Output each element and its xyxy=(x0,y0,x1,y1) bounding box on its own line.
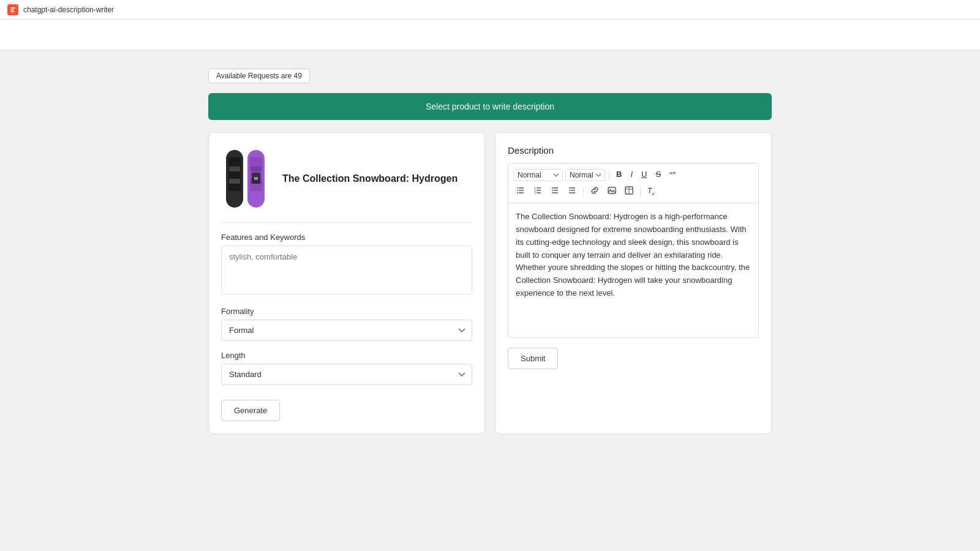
main-content: Available Requests are 49 Select product… xyxy=(0,50,980,452)
length-label: Length xyxy=(221,351,472,360)
titlebar: chatgpt-ai-description-writer xyxy=(0,0,980,20)
table-button[interactable] xyxy=(622,185,636,199)
clear-format-button[interactable]: Tx xyxy=(644,185,657,199)
strikethrough-button[interactable]: S xyxy=(652,168,664,181)
submit-button[interactable]: Submit xyxy=(508,348,558,369)
svg-point-16 xyxy=(517,192,518,193)
svg-rect-7 xyxy=(251,167,262,171)
svg-point-14 xyxy=(517,187,518,189)
indent-increase-button[interactable] xyxy=(565,185,579,199)
left-panel: H The Collection Snowboard: Hydrogen Fea… xyxy=(208,132,485,434)
product-info: The Collection Snowboard: Hydrogen xyxy=(282,172,458,186)
description-text: The Collection Snowboard: Hydrogen is a … xyxy=(516,212,750,298)
toolbar-divider-3 xyxy=(640,187,641,197)
length-group: Length Standard Short Long xyxy=(221,351,472,385)
length-select[interactable]: Standard Short Long xyxy=(221,364,472,385)
toolbar-divider-1 xyxy=(609,170,609,180)
product-title: The Collection Snowboard: Hydrogen xyxy=(282,172,458,186)
requests-badge: Available Requests are 49 xyxy=(208,69,310,83)
features-label: Features and Keywords xyxy=(221,233,472,242)
app-icon xyxy=(7,4,18,15)
snowboard-svg: H xyxy=(223,145,269,212)
italic-button[interactable]: I xyxy=(627,168,636,181)
svg-rect-4 xyxy=(229,179,240,184)
right-panel: Description Normal Heading 1 Heading 2 N… xyxy=(495,132,772,434)
bold-button[interactable]: B xyxy=(613,168,625,181)
svg-point-15 xyxy=(517,190,518,191)
list-ordered-button[interactable]: 123 xyxy=(530,185,545,199)
formality-label: Formality xyxy=(221,307,472,316)
link-button[interactable] xyxy=(587,185,602,199)
panels-container: H The Collection Snowboard: Hydrogen Fea… xyxy=(208,132,772,434)
header-bar: Select product to write description xyxy=(208,93,772,120)
svg-text:3: 3 xyxy=(534,191,536,195)
quote-button[interactable]: “” xyxy=(666,167,679,182)
underline-button[interactable]: U xyxy=(638,168,650,181)
style-select[interactable]: Normal Heading 1 Heading 2 xyxy=(513,169,563,181)
features-group: Features and Keywords xyxy=(221,233,472,297)
product-image: H xyxy=(221,145,270,212)
description-editor[interactable]: The Collection Snowboard: Hydrogen is a … xyxy=(508,203,759,338)
rich-text-toolbar: Normal Heading 1 Heading 2 Normal Small … xyxy=(508,163,759,203)
formality-group: Formality Formal Informal Neutral xyxy=(221,307,472,341)
svg-text:H: H xyxy=(254,176,258,181)
svg-rect-3 xyxy=(229,167,240,171)
image-button[interactable] xyxy=(605,185,619,199)
app-title: chatgpt-ai-description-writer xyxy=(23,6,114,14)
generate-button[interactable]: Generate xyxy=(221,400,280,421)
features-input[interactable] xyxy=(221,246,472,294)
toolbar-divider-2 xyxy=(583,187,584,197)
product-section: H The Collection Snowboard: Hydrogen xyxy=(221,145,472,223)
toolbar-row-2: 123 xyxy=(513,185,753,199)
navbar xyxy=(0,20,980,50)
toolbar-row-1: Normal Heading 1 Heading 2 Normal Small … xyxy=(513,167,753,182)
formality-select[interactable]: Formal Informal Neutral xyxy=(221,320,472,341)
size-select[interactable]: Normal Small Large xyxy=(565,169,605,181)
svg-rect-2 xyxy=(228,157,241,191)
description-label: Description xyxy=(508,145,759,156)
svg-rect-29 xyxy=(608,187,616,193)
list-bullet-button[interactable] xyxy=(513,185,528,199)
indent-decrease-button[interactable] xyxy=(548,185,562,199)
